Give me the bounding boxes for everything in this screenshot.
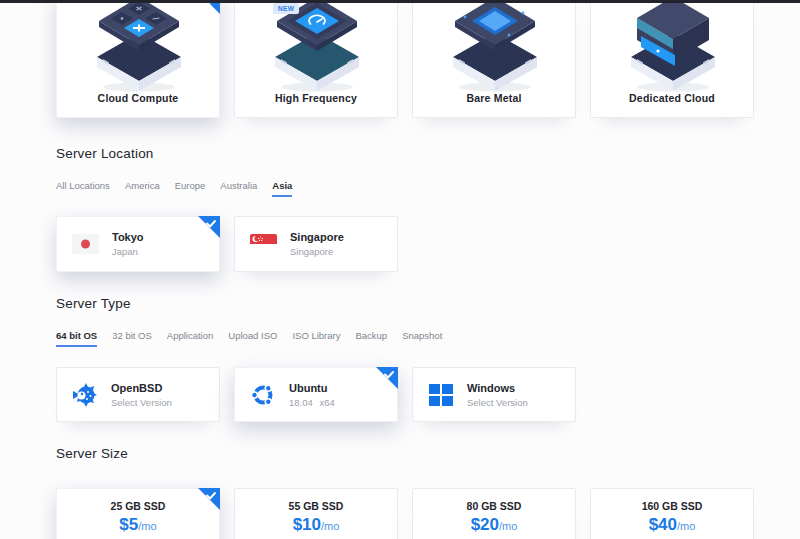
server-type-card-dedicated-cloud[interactable]: Dedicated Cloud (590, 0, 754, 118)
size-storage: 160 GB SSD (591, 500, 753, 512)
product-label: High Frequency (235, 92, 397, 104)
os-card-windows[interactable]: Windows Select Version (412, 367, 576, 422)
os-card-ubuntu[interactable]: Ubuntu 18.04 x64 (234, 367, 398, 422)
selected-check-icon (376, 367, 398, 389)
dedicated-cloud-illustration (613, 0, 733, 93)
os-version: Select Version (467, 397, 528, 408)
location-tabs: All Locations America Europe Australia A… (56, 180, 292, 197)
location-card-tokyo[interactable]: Tokyo Japan (56, 216, 220, 272)
os-tabs: 64 bit OS 32 bit OS Application Upload I… (56, 330, 442, 347)
section-heading-server-location: Server Location (56, 146, 154, 161)
tab-australia[interactable]: Australia (220, 180, 257, 197)
cloud-compute-illustration (79, 0, 199, 93)
size-storage: 25 GB SSD (57, 500, 219, 512)
windows-icon (428, 382, 454, 408)
location-card-singapore[interactable]: Singapore Singapore (234, 216, 398, 272)
section-heading-server-size: Server Size (56, 446, 128, 461)
size-price: $40 (649, 515, 677, 534)
size-period: /mo (321, 520, 339, 532)
size-price: $20 (471, 515, 499, 534)
size-period: /mo (677, 520, 695, 532)
japan-flag-icon (72, 234, 99, 254)
singapore-flag-icon (250, 234, 277, 254)
location-country: Japan (112, 246, 144, 257)
top-dark-strip (0, 0, 800, 3)
size-card-80gb[interactable]: 80 GB SSD $20/mo (412, 488, 576, 539)
tab-upload-iso[interactable]: Upload ISO (228, 330, 277, 347)
server-type-card-high-frequency[interactable]: NEW High Frequency (234, 0, 398, 118)
os-version: Select Version (111, 397, 172, 408)
tab-32-bit-os[interactable]: 32 bit OS (112, 330, 152, 347)
openbsd-icon (72, 382, 98, 408)
size-card-25gb[interactable]: 25 GB SSD $5/mo (56, 488, 220, 539)
new-badge: NEW (273, 3, 299, 14)
tab-america[interactable]: America (125, 180, 160, 197)
selected-check-icon (198, 216, 220, 238)
tab-application[interactable]: Application (167, 330, 213, 347)
os-name: Ubuntu (289, 382, 335, 394)
size-card-55gb[interactable]: 55 GB SSD $10/mo (234, 488, 398, 539)
location-name: Tokyo (112, 231, 144, 243)
product-label: Dedicated Cloud (591, 92, 753, 104)
server-type-card-bare-metal[interactable]: Bare Metal (412, 0, 576, 118)
tab-all-locations[interactable]: All Locations (56, 180, 110, 197)
tab-europe[interactable]: Europe (175, 180, 206, 197)
product-label: Cloud Compute (57, 92, 219, 104)
os-name: Windows (467, 382, 528, 394)
tab-asia[interactable]: Asia (272, 180, 292, 197)
bare-metal-illustration (435, 0, 555, 93)
deploy-page: Cloud Compute NEW High Frequency (0, 0, 800, 539)
selected-check-icon (198, 488, 220, 510)
location-country: Singapore (290, 246, 344, 257)
location-name: Singapore (290, 231, 344, 243)
size-card-160gb[interactable]: 160 GB SSD $40/mo (590, 488, 754, 539)
tab-64-bit-os[interactable]: 64 bit OS (56, 330, 97, 347)
os-name: OpenBSD (111, 382, 172, 394)
product-label: Bare Metal (413, 92, 575, 104)
size-storage: 80 GB SSD (413, 500, 575, 512)
size-period: /mo (138, 520, 156, 532)
tab-snapshot[interactable]: Snapshot (402, 330, 442, 347)
size-period: /mo (499, 520, 517, 532)
size-storage: 55 GB SSD (235, 500, 397, 512)
size-price: $10 (293, 515, 321, 534)
size-price: $5 (119, 515, 138, 534)
server-type-card-cloud-compute[interactable]: Cloud Compute (56, 0, 220, 118)
ubuntu-icon (250, 382, 276, 408)
os-card-openbsd[interactable]: OpenBSD Select Version (56, 367, 220, 422)
tab-iso-library[interactable]: ISO Library (292, 330, 340, 347)
tab-backup[interactable]: Backup (355, 330, 387, 347)
section-heading-server-type: Server Type (56, 296, 131, 311)
os-version: 18.04 x64 (289, 397, 335, 408)
